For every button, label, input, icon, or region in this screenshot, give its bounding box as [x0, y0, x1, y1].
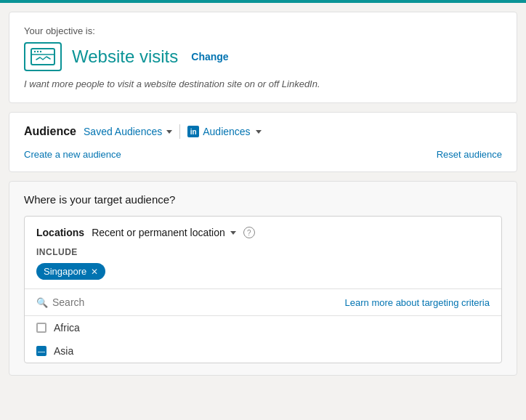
- location-dropdown-button[interactable]: Recent or permanent location: [92, 227, 236, 238]
- singapore-tag-remove-icon[interactable]: ✕: [91, 267, 98, 277]
- location-dropdown-chevron-icon: [230, 231, 236, 235]
- location-box: Locations Recent or permanent location ?…: [24, 216, 502, 363]
- list-item: Africa: [25, 316, 501, 339]
- change-link[interactable]: Change: [191, 51, 228, 62]
- singapore-tag: Singapore ✕: [36, 263, 105, 280]
- linkedin-audiences-chevron-icon: [256, 130, 262, 134]
- svg-point-3: [40, 51, 41, 52]
- asia-checkbox[interactable]: —: [36, 346, 46, 356]
- learn-more-link[interactable]: Learn more about targeting criteria: [345, 297, 490, 308]
- objective-card: Your objective is: Website visits Change…: [9, 12, 517, 103]
- objective-title: Website visits: [72, 47, 178, 67]
- audience-title: Audience: [24, 125, 76, 138]
- asia-label: Asia: [54, 345, 73, 357]
- vertical-divider: [179, 124, 180, 139]
- location-list: Africa — Asia: [25, 315, 501, 363]
- africa-checkbox[interactable]: [36, 323, 46, 333]
- saved-audiences-chevron-icon: [166, 130, 172, 134]
- top-bar: [0, 0, 526, 3]
- location-dropdown-text: Recent or permanent location: [92, 227, 225, 238]
- svg-point-1: [34, 51, 36, 52]
- africa-label: Africa: [54, 322, 80, 334]
- reset-audience-link[interactable]: Reset audience: [437, 149, 502, 160]
- saved-audiences-button[interactable]: Saved Audiences: [84, 126, 172, 137]
- linkedin-audiences-button[interactable]: in Audiences: [187, 126, 261, 137]
- target-title: Where is your target audience?: [24, 193, 502, 206]
- objective-description: I want more people to visit a website de…: [24, 78, 502, 89]
- location-label: Locations: [36, 227, 84, 238]
- search-input[interactable]: [52, 296, 198, 308]
- location-info-icon[interactable]: ?: [243, 227, 255, 238]
- objective-label: Your objective is:: [24, 25, 502, 36]
- list-item: — Asia: [25, 339, 501, 363]
- website-icon: [24, 42, 62, 71]
- svg-point-2: [37, 51, 39, 52]
- search-icon: 🔍: [36, 297, 48, 308]
- singapore-tag-label: Singapore: [44, 266, 86, 277]
- include-label: INCLUDE: [36, 247, 490, 257]
- create-new-link[interactable]: Create a new audience: [24, 149, 121, 160]
- target-card: Where is your target audience? Locations…: [9, 181, 517, 376]
- linkedin-logo-icon: in: [187, 126, 199, 137]
- saved-audiences-label: Saved Audiences: [84, 126, 162, 137]
- tags-row: Singapore ✕: [36, 263, 490, 280]
- audience-card: Audience Saved Audiences in Audiences Cr…: [9, 112, 517, 172]
- linkedin-audiences-label: Audiences: [203, 126, 250, 137]
